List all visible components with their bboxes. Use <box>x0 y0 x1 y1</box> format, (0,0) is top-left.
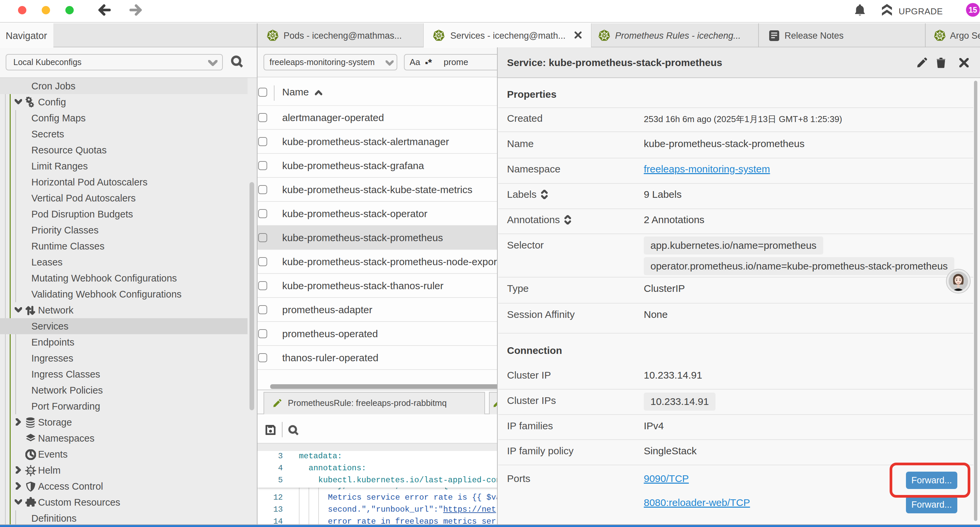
svg-text:HELM: HELM <box>27 469 35 473</box>
